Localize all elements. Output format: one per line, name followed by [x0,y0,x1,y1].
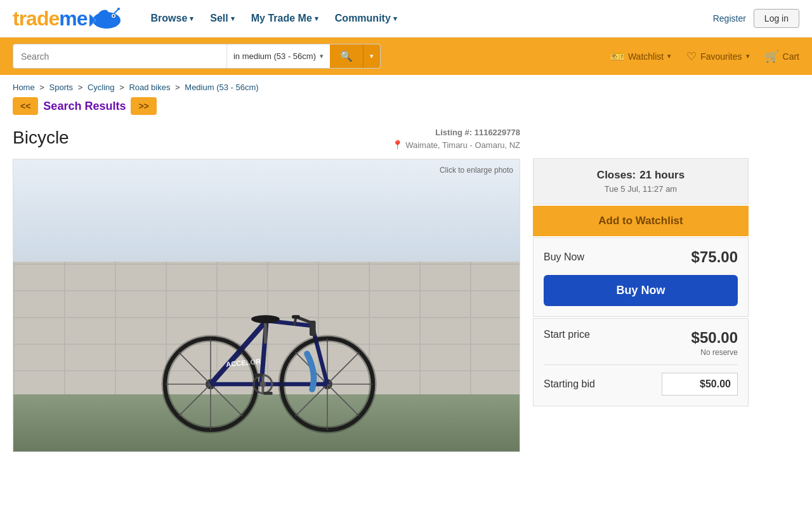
next-results-button[interactable]: >> [131,97,156,115]
search-input[interactable] [13,44,226,68]
watchlist-caret-icon: ▾ [667,52,671,60]
svg-rect-37 [263,392,272,395]
right-column: Closes: 21 hours Tue 5 Jul, 11:27 am Add… [533,123,749,452]
add-to-watchlist-button[interactable]: Add to Watchlist [533,206,749,236]
closes-time: 21 hours [639,169,684,182]
left-column: Bicycle Listing #: 1116229778 📍 Waimate,… [13,123,520,452]
svg-point-8 [117,8,120,10]
closes-box: Closes: 21 hours Tue 5 Jul, 11:27 am [533,158,749,204]
search-results-label: Search Results [43,100,126,113]
nav-sell[interactable]: Sell ▾ [202,8,242,29]
header-right: Register Log in [713,9,799,28]
cart-icon: 🛒 [765,50,779,64]
svg-rect-30 [292,315,300,319]
listing-number: Listing #: 1116229778 [392,128,520,137]
starting-bid-row: Starting bid [544,373,738,396]
favourites-caret-icon: ▾ [746,52,750,60]
search-results-nav: << Search Results >> [0,95,812,123]
logo-me: me [59,7,87,30]
breadcrumb-medium[interactable]: Medium (53 - 56cm) [185,83,258,92]
breadcrumb-home[interactable]: Home [13,83,35,92]
sell-caret-icon: ▾ [231,15,235,23]
listing-meta: Listing #: 1116229778 📍 Waimate, Timaru … [392,128,520,150]
listing-location: 📍 Waimate, Timaru - Oamaru, NZ [392,140,520,150]
my-trade-me-caret-icon: ▾ [315,15,318,23]
search-dropdown-button[interactable]: ▾ [363,44,380,68]
watchlist-icon: 🎫 [610,50,624,64]
image-area[interactable]: Click to enlarge photo [13,159,520,452]
breadcrumb: Home > Sports > Cycling > Road bikes > M… [0,75,812,95]
main-content: Bicycle Listing #: 1116229778 📍 Waimate,… [0,123,812,452]
listing-title: Bicycle [13,128,69,148]
favourites-action[interactable]: ♡ Favourites ▾ [686,50,749,64]
main-nav: Browse ▾ Sell ▾ My Trade Me ▾ Community … [143,8,713,29]
nav-browse[interactable]: Browse ▾ [143,8,202,29]
start-price-value: $50.00 [691,329,738,347]
logo[interactable]: trade me [13,6,124,30]
enlarge-hint: Click to enlarge photo [440,166,513,175]
breadcrumb-sep-3: > [119,83,124,92]
buy-now-button[interactable]: Buy Now [544,275,738,306]
breadcrumb-sports[interactable]: Sports [49,83,74,92]
favourites-icon: ♡ [686,50,697,64]
bicycle-illustration: ACCELOR [133,242,400,445]
bike-image: ACCELOR [13,159,520,451]
location-pin-icon: 📍 [392,140,403,150]
closes-date: Tue 5 Jul, 11:27 am [544,184,738,194]
search-scope-selector[interactable]: in medium (53 - 56cm) ▾ [226,44,330,68]
nav-my-trade-me[interactable]: My Trade Me ▾ [244,8,326,29]
divider [544,364,738,365]
search-actions: 🎫 Watchlist ▾ ♡ Favourites ▾ 🛒 Cart [610,50,799,64]
cart-action[interactable]: 🛒 Cart [765,50,799,64]
start-price-box: Start price $50.00 No reserve Starting b… [533,318,749,406]
breadcrumb-road-bikes[interactable]: Road bikes [129,83,170,92]
header: trade me Browse ▾ Sell ▾ My Trad [0,0,812,37]
start-price-label: Start price [544,329,590,340]
no-reserve-label: No reserve [691,348,738,357]
search-bar: in medium (53 - 56cm) ▾ 🔍 ▾ 🎫 Watchlist … [0,37,812,75]
breadcrumb-cycling[interactable]: Cycling [88,83,115,92]
login-button[interactable]: Log in [754,9,799,28]
breadcrumb-sep-1: > [39,83,44,92]
buy-now-price: $75.00 [691,248,738,266]
logo-trade: trade [13,7,59,30]
buy-now-price-row: Buy Now $75.00 [544,248,738,266]
search-button[interactable]: 🔍 [330,44,363,68]
buy-now-box: Buy Now $75.00 Buy Now [533,237,749,317]
svg-line-7 [114,10,118,14]
svg-point-32 [251,315,280,323]
breadcrumb-sep-4: > [175,83,180,92]
search-scope-label: in medium (53 - 56cm) [233,51,316,61]
start-price-row: Start price $50.00 No reserve [544,329,738,357]
breadcrumb-sep-2: > [78,83,83,92]
logo-fish-icon [89,6,124,30]
buy-now-label: Buy Now [544,251,584,263]
starting-bid-label: Starting bid [544,378,595,390]
svg-point-3 [112,15,114,17]
starting-bid-input[interactable] [662,373,738,396]
search-input-wrap: in medium (53 - 56cm) ▾ 🔍 ▾ [13,44,381,69]
community-caret-icon: ▾ [393,15,397,23]
nav-community[interactable]: Community ▾ [327,8,405,29]
browse-caret-icon: ▾ [190,15,193,23]
closes-label: Closes: [597,169,636,182]
watchlist-action[interactable]: 🎫 Watchlist ▾ [610,50,671,64]
start-price-right: $50.00 No reserve [691,329,738,357]
prev-results-button[interactable]: << [13,97,38,115]
listing-header: Bicycle Listing #: 1116229778 📍 Waimate,… [13,123,520,159]
register-link[interactable]: Register [713,13,746,23]
search-scope-caret-icon: ▾ [320,52,324,60]
